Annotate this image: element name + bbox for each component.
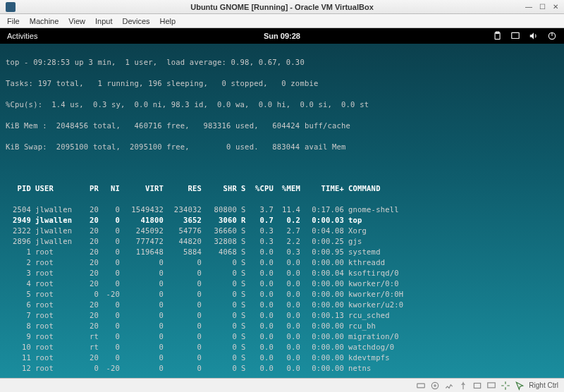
cell-mem: 0.0	[278, 321, 305, 331]
cell-pid: 12	[6, 363, 35, 374]
activities-button[interactable]: Activities	[7, 32, 37, 40]
status-display-icon[interactable]	[486, 381, 496, 391]
cell-cpu: 0.0	[251, 363, 278, 374]
status-capture-icon[interactable]	[501, 381, 510, 391]
cell-res: 0	[168, 331, 206, 342]
gnome-clock[interactable]: Sun 09:28	[0, 32, 564, 40]
cell-pid: 2	[6, 257, 35, 268]
terminal[interactable]: top - 09:28:53 up 3 min, 1 user, load av…	[0, 44, 564, 392]
cell-res: 0	[168, 363, 206, 374]
top-mem-line: KiB Mem : 2048456 total, 460716 free, 98…	[6, 121, 558, 131]
cell-pid: 1	[6, 247, 35, 257]
top-swap-line: KiB Swap: 2095100 total, 2095100 free, 0…	[6, 142, 558, 152]
cell-time: 0:04.08	[305, 226, 348, 236]
cell-virt: 1549432	[124, 204, 168, 215]
menu-devices[interactable]: Devices	[122, 17, 149, 25]
cell-pid: 2949	[6, 215, 35, 226]
status-usb-icon[interactable]	[458, 381, 468, 391]
cell-virt: 41800	[124, 215, 168, 226]
cell-ni: 0	[103, 268, 124, 278]
clipboard-icon[interactable]	[492, 31, 502, 41]
menu-input[interactable]: Input	[95, 17, 112, 25]
cell-pid: 11	[6, 353, 35, 363]
status-shared-icon[interactable]	[472, 381, 482, 391]
cell-cmd: rcu_bh	[348, 321, 558, 331]
vm-display[interactable]: Activities Sun 09:28 top - 09:28:53 up 3…	[0, 28, 564, 378]
cell-pr: 20	[82, 300, 103, 310]
svg-rect-2	[512, 32, 520, 38]
cell-ni: -20	[103, 363, 124, 374]
cell-res: 0	[168, 257, 206, 268]
cell-cmd: kworker/0:0H	[348, 289, 558, 300]
cell-mem: 0.0	[278, 289, 305, 300]
status-mouse-icon[interactable]	[515, 381, 525, 391]
menu-machine[interactable]: Machine	[30, 17, 59, 25]
cell-cmd: gjs	[348, 236, 558, 247]
svg-rect-8	[474, 383, 481, 388]
svg-rect-5	[417, 384, 425, 388]
status-disc-icon[interactable]	[430, 381, 440, 391]
top-cpu-line: %Cpu(s): 1.4 us, 0.3 sy, 0.0 ni, 98.3 id…	[6, 99, 558, 110]
cell-virt: 0	[124, 300, 168, 310]
process-row: 2504jlwallen200154943223403280800S3.711.…	[6, 204, 558, 215]
cell-s: S	[241, 236, 251, 247]
cell-mem: 0.3	[278, 247, 305, 257]
menu-help[interactable]: Help	[160, 17, 176, 25]
col-user: USER	[35, 183, 82, 194]
status-network-icon[interactable]	[444, 381, 454, 391]
cell-time: 0:00.95	[305, 247, 348, 257]
col-res: RES	[168, 183, 206, 194]
volume-icon[interactable]	[529, 31, 539, 41]
cell-cpu: 0.0	[251, 331, 278, 342]
cell-s: S	[241, 257, 251, 268]
col-ni: NI	[103, 183, 124, 194]
cell-s: S	[241, 268, 251, 278]
cell-cpu: 0.0	[251, 289, 278, 300]
cell-user: jlwallen	[35, 204, 82, 215]
process-row: 2896jlwallen2007774724482032808S0.32.20:…	[6, 236, 558, 247]
cell-pid: 2504	[6, 204, 35, 215]
cell-res: 0	[168, 289, 206, 300]
menu-file[interactable]: File	[7, 17, 20, 25]
power-icon[interactable]	[547, 31, 557, 41]
menu-view[interactable]: View	[68, 17, 85, 25]
cell-mem: 0.2	[278, 215, 305, 226]
cell-user: root	[35, 268, 82, 278]
screen-icon[interactable]	[510, 31, 520, 41]
cell-virt: 0	[124, 268, 168, 278]
status-hdd-icon[interactable]	[416, 381, 426, 391]
cell-cpu: 0.0	[251, 300, 278, 310]
cell-ni: -20	[103, 289, 124, 300]
cell-pr: 20	[82, 204, 103, 215]
cell-user: root	[35, 331, 82, 342]
host-statusbar: Right Ctrl	[0, 378, 564, 392]
cell-virt: 0	[124, 342, 168, 353]
cell-virt: 0	[124, 278, 168, 289]
cell-s: S	[241, 342, 251, 353]
cell-time: 0:00.25	[305, 236, 348, 247]
cell-pr: 20	[82, 278, 103, 289]
cell-user: root	[35, 289, 82, 300]
cell-mem: 0.0	[278, 268, 305, 278]
cell-virt: 777472	[124, 236, 168, 247]
cell-cpu: 0.7	[251, 215, 278, 226]
cell-virt: 0	[124, 363, 168, 374]
cell-user: jlwallen	[35, 236, 82, 247]
virtualbox-icon	[6, 2, 16, 12]
cell-mem: 0.0	[278, 257, 305, 268]
cell-time: 0:00.04	[305, 268, 348, 278]
window-maximize-button[interactable]: ☐	[539, 3, 546, 11]
cell-pr: 20	[82, 268, 103, 278]
cell-cmd: rcu_sched	[348, 310, 558, 321]
window-close-button[interactable]: ✕	[553, 3, 558, 11]
cell-mem: 11.4	[278, 204, 305, 215]
cell-s: S	[241, 226, 251, 236]
cell-time: 0:00.00	[305, 300, 348, 310]
window-minimize-button[interactable]: —	[525, 3, 532, 11]
cell-cmd: kdevtmpfs	[348, 353, 558, 363]
cell-s: R	[241, 215, 251, 226]
cell-ni: 0	[103, 215, 124, 226]
cell-ni: 0	[103, 321, 124, 331]
cell-time: 0:00.00	[305, 353, 348, 363]
cell-mem: 0.0	[278, 342, 305, 353]
